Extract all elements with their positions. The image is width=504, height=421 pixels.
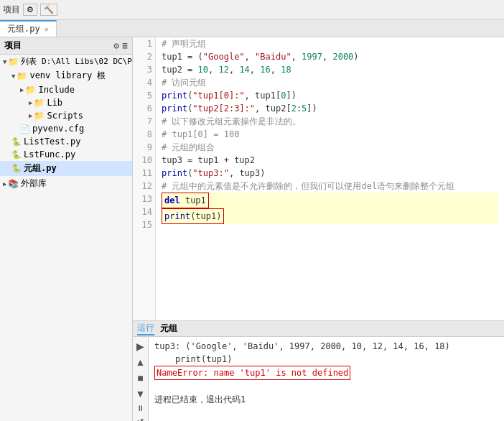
py-file-icon: 🐍 — [11, 150, 22, 159]
line-num-10: 10 — [136, 154, 152, 167]
run-play-btn[interactable]: ▶ — [136, 340, 145, 353]
run-tab-label[interactable]: 运行 — [137, 322, 154, 336]
line-num-1: 1 — [136, 37, 152, 50]
options-icon[interactable]: ≡ — [122, 40, 128, 51]
run-body: ▶ ▲ ■ ▼ ⏸ ↺ tup3: ('Google', 'Baidu', 19… — [133, 337, 504, 421]
code-line-10: tup3 = tup1 + tup2 — [162, 154, 498, 167]
code-line-8: # tup1[0] = 100 — [162, 128, 498, 141]
run-down-btn[interactable]: ▼ — [135, 387, 146, 400]
line-num-4: 4 — [136, 76, 152, 89]
code-line-3: tup2 = 10, 12, 14, 16, 18 — [162, 63, 498, 76]
code-line-1: # 声明元组 — [162, 37, 498, 50]
sidebar-title: 项目 — [4, 40, 22, 52]
run-pause-btn[interactable]: ⏸ — [136, 403, 145, 413]
build-btn[interactable]: 🔨 — [40, 4, 57, 16]
tree-label: pyvenv.cfg — [32, 124, 84, 134]
tree-item-venv[interactable]: ▼ 📁 venv library 根 — [0, 68, 132, 83]
run-panel: 运行 元组 ▶ ▲ ■ ▼ ⏸ ↺ tup3: ('Google', 'Baid… — [133, 320, 504, 421]
code-line-9: # 元组的组合 — [162, 141, 498, 154]
tree-label: 列表 D:\All Libs\02 DC\P... — [21, 56, 133, 67]
output-line-5: 进程已结束，退出代码1 — [154, 393, 498, 406]
run-stop-btn[interactable]: ■ — [136, 371, 144, 384]
line-num-11: 11 — [136, 167, 152, 180]
line-num-5: 5 — [136, 89, 152, 102]
tree-item-root[interactable]: ▼ 📁 列表 D:\All Libs\02 DC\P... — [0, 55, 132, 68]
output-line-4 — [154, 380, 498, 393]
tree-label: 元组.py — [24, 162, 57, 175]
cfg-file-icon: 📄 — [20, 124, 30, 134]
folder-icon: 📁 — [17, 71, 27, 81]
run-filename: 元组 — [160, 323, 177, 335]
line-num-6: 6 — [136, 102, 152, 115]
tree-item-scripts[interactable]: ▶ 📁 Scripts — [0, 109, 132, 122]
external-lib-icon: 📚 — [8, 179, 19, 189]
run-output: tup3: ('Google', 'Baidu', 1997, 2000, 10… — [149, 337, 504, 421]
line-num-3: 3 — [136, 63, 152, 76]
code-line-15 — [162, 224, 498, 237]
sidebar-icons: ⚙ ≡ — [113, 40, 128, 51]
tree-label: LstFunc.py — [24, 149, 75, 159]
sidebar: 项目 ⚙ ≡ ▼ 📁 列表 D:\All Libs\02 DC\P... ▼ 📁… — [0, 37, 133, 421]
tree-item-lib[interactable]: ▶ 📁 Lib — [0, 96, 132, 109]
folder-icon: 📁 — [25, 85, 36, 95]
code-line-12: # 元组中的元素值是不允许删除的，但我们可以使用del语句来删除整个元组 — [162, 180, 498, 193]
tree-item-lstfunc[interactable]: 🐍 LstFunc.py — [0, 148, 132, 161]
tree-label: Include — [38, 85, 75, 95]
run-rerun-btn[interactable]: ↺ — [136, 416, 145, 421]
line-num-12: 12 — [136, 180, 152, 193]
code-editor: 1 2 3 4 5 6 7 8 9 10 11 12 13 14 15 # 声明… — [133, 37, 504, 320]
settings-icon[interactable]: ⚙ — [113, 40, 119, 51]
tree-label: Lib — [47, 98, 62, 108]
line-num-7: 7 — [136, 115, 152, 128]
main-layout: 项目 ⚙ ≡ ▼ 📁 列表 D:\All Libs\02 DC\P... ▼ 📁… — [0, 37, 504, 421]
line-num-13: 13 — [136, 193, 152, 205]
line-numbers: 1 2 3 4 5 6 7 8 9 10 11 12 13 14 15 — [133, 37, 156, 320]
error-message: NameError: name 'tup1' is not defined — [154, 366, 350, 380]
tree-label: venv library 根 — [29, 70, 106, 82]
tab-bar: 元组.py ✕ — [0, 20, 504, 37]
code-line-5: print("tup1[0]:", tup1[0]) — [162, 89, 498, 102]
tree-label: ListTest.py — [24, 137, 80, 147]
run-header: 运行 元组 — [133, 321, 504, 337]
tree-item-yuanzu[interactable]: 🐍 元组.py — [0, 161, 132, 176]
run-controls: ▶ ▲ ■ ▼ ⏸ ↺ — [133, 337, 149, 421]
output-line-1: tup3: ('Google', 'Baidu', 1997, 2000, 10… — [154, 340, 498, 353]
code-line-7: # 以下修改元组元素操作是非法的。 — [162, 115, 498, 128]
editor-area: 1 2 3 4 5 6 7 8 9 10 11 12 13 14 15 # 声明… — [133, 37, 504, 421]
output-error-line: NameError: name 'tup1' is not defined — [154, 366, 498, 380]
py-file-icon: 🐍 — [11, 164, 22, 173]
tree-item-include[interactable]: ▶ 📁 Include — [0, 83, 132, 96]
run-up-btn[interactable]: ▲ — [135, 356, 146, 369]
line-num-8: 8 — [136, 128, 152, 141]
line-num-15: 15 — [136, 218, 152, 231]
line-num-2: 2 — [136, 50, 152, 63]
expand-icon: ▼ — [3, 58, 6, 65]
expand-icon: ▶ — [3, 180, 6, 188]
tree-item-pyvenv[interactable]: 📄 pyvenv.cfg — [0, 122, 132, 135]
folder-icon: 📁 — [34, 111, 45, 121]
expand-icon: ▶ — [20, 86, 24, 93]
code-line-11: print("tup3:", tup3) — [162, 167, 498, 180]
tree-item-listtest[interactable]: 🐍 ListTest.py — [0, 135, 132, 148]
top-toolbar: 项目 ⚙ 🔨 — [0, 0, 504, 20]
sidebar-header: 项目 ⚙ ≡ — [0, 37, 132, 55]
tab-元组py[interactable]: 元组.py ✕ — [0, 20, 57, 37]
folder-icon: 📁 — [8, 57, 19, 67]
close-tab-icon[interactable]: ✕ — [45, 25, 49, 33]
expand-icon: ▼ — [11, 73, 15, 80]
tree-label: 外部库 — [21, 177, 47, 190]
code-line-4: # 访问元组 — [162, 76, 498, 89]
code-line-2: tup1 = ("Google", "Baidu", 1997, 2000) — [162, 50, 498, 63]
py-file-icon: 🐍 — [11, 137, 22, 147]
code-line-6: print("tup2[2:3]:", tup2[2:5]) — [162, 102, 498, 115]
tab-label: 元组.py — [7, 23, 40, 35]
folder-icon: 📁 — [34, 98, 45, 108]
expand-icon: ▶ — [29, 99, 32, 106]
line-num-14: 14 — [136, 205, 152, 218]
expand-icon: ▶ — [29, 112, 32, 119]
tree-item-external[interactable]: ▶ 📚 外部库 — [0, 176, 132, 191]
code-content[interactable]: # 声明元组 tup1 = ("Google", "Baidu", 1997, … — [156, 37, 504, 320]
output-line-2: print(tup1) — [154, 353, 498, 366]
line-num-9: 9 — [136, 141, 152, 154]
settings-btn[interactable]: ⚙ — [23, 4, 37, 16]
